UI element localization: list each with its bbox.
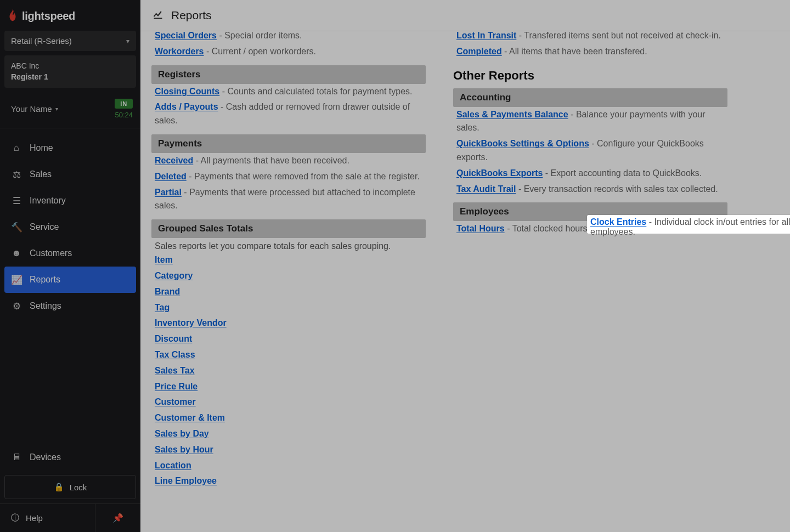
series-selector[interactable]: Retail (R-Series) ▾ xyxy=(4,31,136,51)
report-customer: Customer xyxy=(151,394,426,410)
report-completed: Completed - All items that have been tra… xyxy=(453,44,727,60)
nav-service[interactable]: 🔨Service xyxy=(0,214,140,240)
link-sales-by-hour[interactable]: Sales by Hour xyxy=(155,445,213,454)
link-closing-counts[interactable]: Closing Counts xyxy=(155,87,219,96)
clock-status[interactable]: IN 50:24 xyxy=(115,99,133,119)
report-category: Category xyxy=(151,268,426,284)
report-partial: Partial - Payments that were processed b… xyxy=(151,185,426,214)
link-special-orders[interactable]: Special Orders xyxy=(155,31,217,40)
report-inventory-vendor: Inventory Vendor xyxy=(151,315,426,331)
nav-reports[interactable]: 📈Reports xyxy=(4,267,136,293)
link-partial[interactable]: Partial xyxy=(155,188,182,197)
report-received: Received - All payments that have been r… xyxy=(151,153,426,169)
page-title: Reports xyxy=(171,9,212,22)
report-tax-audit: Tax Audit Trail - Every transaction reco… xyxy=(453,182,727,197)
link-inventory-vendor[interactable]: Inventory Vendor xyxy=(155,318,227,327)
report-price-rule: Price Rule xyxy=(151,379,426,395)
link-line-employee[interactable]: Line Employee xyxy=(155,476,217,485)
report-tag: Tag xyxy=(151,300,426,316)
help-icon: ⓘ xyxy=(11,513,19,523)
company-register-box[interactable]: ABC Inc Register 1 xyxy=(4,55,136,88)
nav-settings[interactable]: ⚙Settings xyxy=(0,293,140,319)
series-label: Retail (R-Series) xyxy=(11,36,72,46)
report-qb-settings: QuickBooks Settings & Options - Configur… xyxy=(453,136,727,166)
chart-icon: 📈 xyxy=(11,274,22,285)
link-item[interactable]: Item xyxy=(155,255,173,264)
pin-button[interactable]: 📌 xyxy=(95,504,140,532)
link-tax-audit[interactable]: Tax Audit Trail xyxy=(456,184,516,194)
pin-icon: 📌 xyxy=(112,513,123,523)
clock-timer: 50:24 xyxy=(115,111,133,119)
band-registers: Registers xyxy=(151,65,426,84)
link-received[interactable]: Received xyxy=(155,156,193,165)
user-icon: ☻ xyxy=(11,248,22,259)
link-sales-by-day[interactable]: Sales by Day xyxy=(155,429,209,438)
link-brand[interactable]: Brand xyxy=(155,287,180,296)
link-tax-class[interactable]: Tax Class xyxy=(155,350,195,359)
other-reports-title: Other Reports xyxy=(453,69,727,83)
report-line-employee: Line Employee xyxy=(151,473,426,489)
chart-line-icon xyxy=(153,9,163,22)
drawer-icon: ☰ xyxy=(11,195,22,206)
nav-sales[interactable]: ⚖Sales xyxy=(0,161,140,188)
report-lost-in-transit: Lost In Transit - Transfered items sent … xyxy=(453,31,727,44)
company-name: ABC Inc xyxy=(11,61,129,72)
user-name-label: Your Name xyxy=(11,104,52,114)
report-tax-class: Tax Class xyxy=(151,347,426,363)
chevron-down-icon: ▾ xyxy=(126,37,129,45)
caret-down-icon: ▾ xyxy=(55,106,58,112)
in-badge: IN xyxy=(115,99,133,109)
band-grouped: Grouped Sales Totals xyxy=(151,219,426,238)
link-deleted[interactable]: Deleted xyxy=(155,172,187,181)
link-customer[interactable]: Customer xyxy=(155,397,196,406)
nav-devices[interactable]: 🖥Devices xyxy=(0,444,140,471)
nav-customers[interactable]: ☻Customers xyxy=(0,240,140,267)
link-tag[interactable]: Tag xyxy=(155,303,170,312)
user-row: Your Name ▾ IN 50:24 xyxy=(0,92,140,128)
sidebar-bottom: 🖥Devices 🔒Lock ⓘHelp 📌 xyxy=(0,444,140,532)
report-location: Location xyxy=(151,458,426,474)
logo: lightspeed xyxy=(0,0,140,31)
flame-icon xyxy=(7,9,19,23)
report-brand: Brand xyxy=(151,284,426,300)
link-discount[interactable]: Discount xyxy=(155,334,192,343)
link-completed[interactable]: Completed xyxy=(456,47,502,56)
link-location[interactable]: Location xyxy=(155,461,191,470)
sidebar: lightspeed Retail (R-Series) ▾ ABC Inc R… xyxy=(0,0,140,532)
gear-icon: ⚙ xyxy=(11,301,22,312)
link-customer-item[interactable]: Customer & Item xyxy=(155,413,225,422)
footer-bar: ⓘHelp 📌 xyxy=(0,503,140,532)
link-total-hours[interactable]: Total Hours xyxy=(456,224,505,233)
band-employees: Employees xyxy=(453,202,727,221)
link-lost-in-transit[interactable]: Lost In Transit xyxy=(456,31,516,40)
monitor-icon: 🖥 xyxy=(11,452,22,463)
report-sales-by-day: Sales by Day xyxy=(151,426,426,442)
link-sp-balance[interactable]: Sales & Payments Balance xyxy=(456,110,568,119)
band-accounting: Accounting xyxy=(453,88,727,107)
scale-icon: ⚖ xyxy=(11,169,22,180)
link-adds-payouts[interactable]: Adds / Payouts xyxy=(155,102,218,111)
help-button[interactable]: ⓘHelp xyxy=(0,504,95,532)
link-qb-exports[interactable]: QuickBooks Exports xyxy=(456,168,543,178)
link-sales-tax[interactable]: Sales Tax xyxy=(155,366,195,375)
link-category[interactable]: Category xyxy=(155,271,193,280)
report-sales-by-hour: Sales by Hour xyxy=(151,442,426,458)
report-item: Item xyxy=(151,252,426,268)
link-workorders[interactable]: Workorders xyxy=(155,47,204,56)
nav-inventory[interactable]: ☰Inventory xyxy=(0,188,140,214)
report-special-orders: Special Orders - Special order items. xyxy=(151,31,426,44)
right-column: Lost In Transit - Transfered items sent … xyxy=(453,31,727,519)
grouped-intro: Sales reports let you compare totals for… xyxy=(151,238,426,252)
link-price-rule[interactable]: Price Rule xyxy=(155,382,198,391)
report-workorders: Workorders - Current / open workorders. xyxy=(151,44,426,60)
band-payments: Payments xyxy=(151,134,426,153)
lock-button[interactable]: 🔒Lock xyxy=(4,475,136,499)
hammer-icon: 🔨 xyxy=(11,222,22,233)
link-qb-settings[interactable]: QuickBooks Settings & Options xyxy=(456,139,589,148)
home-icon: ⌂ xyxy=(11,143,22,154)
nav-home[interactable]: ⌂Home xyxy=(0,135,140,161)
report-total-hours: Total Hours - Total clocked hours by emp… xyxy=(453,221,727,237)
user-menu[interactable]: Your Name ▾ xyxy=(11,104,58,114)
report-customer-item: Customer & Item xyxy=(151,410,426,426)
report-discount: Discount xyxy=(151,331,426,347)
